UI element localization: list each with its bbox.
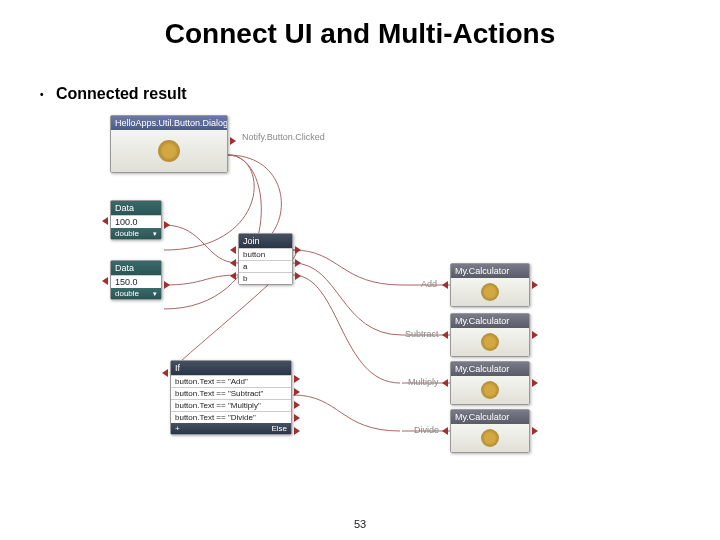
node-header: My.Calculator (451, 264, 529, 278)
node-header: Join (239, 234, 292, 248)
node-calculator-add[interactable]: My.Calculator (450, 263, 530, 307)
gear-icon (158, 140, 180, 162)
output-port[interactable] (294, 388, 300, 396)
data-value: 150.0 (111, 275, 161, 288)
bullet-icon: • (40, 89, 44, 100)
data-type: double (115, 229, 139, 238)
gear-icon (481, 283, 499, 301)
node-header: My.Calculator (451, 410, 529, 424)
node-button-dialog[interactable]: HelloApps.Util.Button.Dialog (110, 115, 228, 173)
input-port[interactable] (442, 331, 448, 339)
dropdown-icon[interactable] (151, 289, 157, 298)
if-condition: button.Text == "Subtract" (171, 387, 291, 399)
join-row: button (239, 248, 292, 260)
output-port[interactable] (532, 427, 538, 435)
page-number: 53 (0, 518, 720, 530)
input-port[interactable] (230, 272, 236, 280)
op-label: Divide (414, 425, 439, 435)
slide-title: Connect UI and Multi-Actions (0, 0, 720, 50)
data-type-row: double (111, 228, 161, 239)
input-port[interactable] (162, 369, 168, 377)
op-label: Multiply (408, 377, 439, 387)
output-port[interactable] (532, 281, 538, 289)
node-data-1[interactable]: Data 100.0 double (110, 200, 162, 240)
else-label: Else (271, 424, 287, 433)
if-condition: button.Text == "Add" (171, 375, 291, 387)
output-port[interactable] (230, 137, 236, 145)
output-port[interactable] (532, 331, 538, 339)
if-condition: button.Text == "Divide" (171, 411, 291, 423)
input-port[interactable] (442, 379, 448, 387)
node-header: My.Calculator (451, 314, 529, 328)
input-port[interactable] (230, 246, 236, 254)
output-port[interactable] (164, 221, 170, 229)
output-port[interactable] (295, 259, 301, 267)
node-body (451, 376, 529, 404)
input-port[interactable] (102, 277, 108, 285)
diagram-canvas: HelloApps.Util.Button.Dialog Notify.Butt… (110, 115, 640, 505)
data-type: double (115, 289, 139, 298)
node-header: My.Calculator (451, 362, 529, 376)
node-header: Data (111, 261, 161, 275)
if-footer: + Else (171, 423, 291, 434)
op-label: Subtract (405, 329, 439, 339)
node-calculator-divide[interactable]: My.Calculator (450, 409, 530, 453)
node-header: If (171, 361, 291, 375)
op-label: Add (421, 279, 437, 289)
dropdown-icon[interactable] (151, 229, 157, 238)
gear-icon (481, 381, 499, 399)
gear-icon (481, 429, 499, 447)
output-port[interactable] (295, 272, 301, 280)
node-body (111, 130, 227, 172)
data-value: 100.0 (111, 215, 161, 228)
output-port[interactable] (294, 401, 300, 409)
node-if[interactable]: If button.Text == "Add" button.Text == "… (170, 360, 292, 435)
node-body (451, 328, 529, 356)
output-port[interactable] (294, 414, 300, 422)
output-port[interactable] (164, 281, 170, 289)
input-port[interactable] (442, 427, 448, 435)
gear-icon (481, 333, 499, 351)
node-join[interactable]: Join button a b (238, 233, 293, 285)
output-port[interactable] (532, 379, 538, 387)
node-calculator-subtract[interactable]: My.Calculator (450, 313, 530, 357)
add-condition-button[interactable]: + (175, 424, 180, 433)
node-header: HelloApps.Util.Button.Dialog (111, 116, 227, 130)
join-row: a (239, 260, 292, 272)
subtitle: • Connected result (40, 85, 187, 103)
input-port[interactable] (102, 217, 108, 225)
node-data-2[interactable]: Data 150.0 double (110, 260, 162, 300)
notify-label: Notify.Button.Clicked (242, 132, 325, 142)
output-port[interactable] (294, 427, 300, 435)
connection-wires (110, 115, 640, 505)
if-condition: button.Text == "Multiply" (171, 399, 291, 411)
subtitle-text: Connected result (56, 85, 187, 102)
node-header: Data (111, 201, 161, 215)
node-body (451, 278, 529, 306)
node-body (451, 424, 529, 452)
data-type-row: double (111, 288, 161, 299)
node-calculator-multiply[interactable]: My.Calculator (450, 361, 530, 405)
join-row: b (239, 272, 292, 284)
input-port[interactable] (230, 259, 236, 267)
output-port[interactable] (295, 246, 301, 254)
input-port[interactable] (442, 281, 448, 289)
output-port[interactable] (294, 375, 300, 383)
